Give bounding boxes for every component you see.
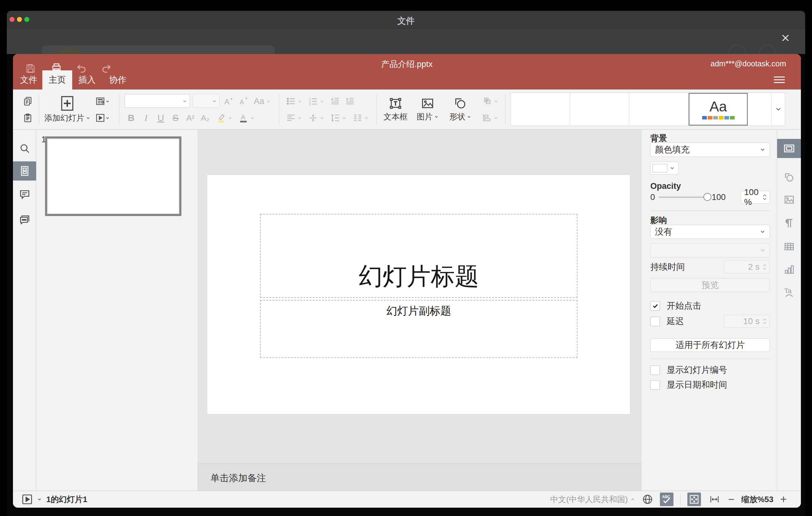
tab-home[interactable]: 主页 xyxy=(42,70,72,89)
toolbar-divider xyxy=(279,94,279,125)
start-on-click-checkbox[interactable]: 开始点击 xyxy=(650,300,770,312)
paragraph-settings-icon xyxy=(784,218,795,229)
opacity-value-spinner[interactable]: 100 % xyxy=(741,191,770,204)
font-name-select[interactable] xyxy=(125,94,190,108)
fit-to-width-button[interactable] xyxy=(708,492,721,506)
fit-width-icon xyxy=(709,494,720,505)
subscript-button[interactable]: A₂ xyxy=(199,111,212,125)
search-button[interactable] xyxy=(13,139,36,158)
slide-settings-panel: 背景 颜色填充 Opacity 0 100 10 xyxy=(642,130,777,491)
slide-canvas[interactable]: 幻灯片标题 幻灯片副标题 xyxy=(198,130,642,463)
theme-gallery-expand-button[interactable] xyxy=(771,93,785,125)
zoom-out-button[interactable]: − xyxy=(728,494,734,505)
checkbox-unchecked[interactable] xyxy=(650,380,660,390)
background-fill-select[interactable]: 颜色填充 xyxy=(650,143,770,157)
table-settings-tab[interactable] xyxy=(777,237,801,256)
columns-button[interactable] xyxy=(350,111,371,125)
line-spacing-button[interactable] xyxy=(328,111,349,125)
editor-main: 1 幻灯片标题 幻灯片副标题 单击添加备注 xyxy=(13,130,801,491)
textart-settings-tab[interactable]: Ta xyxy=(777,283,801,302)
fit-to-slide-button[interactable] xyxy=(687,492,701,506)
spellcheck-toggle[interactable]: ABC xyxy=(660,492,673,506)
spinner-arrows-icon[interactable] xyxy=(763,194,767,200)
slide-layout-button[interactable] xyxy=(92,94,112,109)
vertical-align-button[interactable] xyxy=(306,111,326,125)
zoom-in-button[interactable]: + xyxy=(780,494,787,505)
add-slide-icon xyxy=(60,95,75,111)
spinner-arrows-icon xyxy=(763,318,767,324)
theme-item-selected[interactable]: Aa xyxy=(689,93,748,125)
bold-button[interactable]: B xyxy=(125,111,138,125)
chevron-down-icon[interactable] xyxy=(37,497,42,502)
increase-indent-button[interactable] xyxy=(343,94,357,109)
slide-thumbnail[interactable] xyxy=(45,136,181,216)
delay-checkbox[interactable]: 延迟 xyxy=(650,315,684,327)
tab-collaboration[interactable]: 协作 xyxy=(104,70,132,89)
change-case-button[interactable]: Aa xyxy=(251,94,273,109)
slides-icon xyxy=(19,165,30,176)
textart-settings-icon: Ta xyxy=(783,286,795,298)
theme-item[interactable] xyxy=(570,93,629,125)
increase-font-size-button[interactable]: A xyxy=(222,94,235,109)
add-slide-button[interactable]: 添加幻灯片 xyxy=(42,93,92,125)
horizontal-align-button[interactable] xyxy=(284,111,304,125)
tab-file[interactable]: 文件 xyxy=(16,70,41,89)
checkbox-checked[interactable] xyxy=(650,301,660,311)
decrease-indent-button[interactable] xyxy=(328,94,342,109)
strikethrough-button[interactable]: S xyxy=(169,111,182,125)
theme-item[interactable] xyxy=(629,93,689,125)
tab-insert[interactable]: 插入 xyxy=(74,70,100,89)
underline-button[interactable]: U xyxy=(154,111,167,125)
font-size-select[interactable] xyxy=(193,94,220,108)
opacity-max-label: 100 xyxy=(712,193,726,202)
effect-select[interactable]: 没有 xyxy=(650,225,770,239)
apply-to-all-slides-button[interactable]: 适用于所有幻灯片 xyxy=(650,338,770,352)
decrease-font-icon: A xyxy=(238,96,248,107)
checkbox-unchecked[interactable] xyxy=(650,317,660,326)
increase-font-icon: A xyxy=(223,96,234,107)
notes-area[interactable]: 单击添加备注 xyxy=(198,463,642,491)
shape-settings-tab[interactable] xyxy=(777,168,801,187)
insert-shape-button[interactable]: 形状 xyxy=(445,93,476,125)
document-language-button[interactable] xyxy=(642,494,653,505)
chat-button[interactable] xyxy=(13,209,36,229)
italic-button[interactable]: I xyxy=(140,111,152,125)
start-slideshow-status-button[interactable] xyxy=(22,494,33,505)
subtitle-placeholder[interactable]: 幻灯片副标题 xyxy=(260,300,578,358)
delay-spinner: 10 s xyxy=(724,315,770,328)
title-placeholder[interactable]: 幻灯片标题 xyxy=(260,214,578,298)
numbered-list-button[interactable]: 123 xyxy=(306,94,326,109)
superscript-button[interactable]: A² xyxy=(184,111,197,125)
show-slide-number-checkbox[interactable]: 显示幻灯片编号 xyxy=(650,364,770,376)
bullet-list-button[interactable] xyxy=(284,94,304,109)
zoom-level-label: 缩放%53 xyxy=(741,494,774,505)
highlight-color-button[interactable] xyxy=(214,111,234,125)
font-color-button[interactable]: A xyxy=(236,111,257,125)
paragraph-settings-tab[interactable] xyxy=(777,213,801,233)
opacity-slider[interactable] xyxy=(659,197,707,198)
slide[interactable]: 幻灯片标题 幻灯片副标题 xyxy=(207,175,630,414)
decrease-font-size-button[interactable]: A xyxy=(236,94,250,109)
opacity-slider-knob[interactable] xyxy=(703,193,712,201)
show-date-time-checkbox[interactable]: 显示日期和时间 xyxy=(650,379,770,391)
paste-button[interactable] xyxy=(19,111,36,125)
slides-panel-button[interactable] xyxy=(13,162,36,180)
theme-item[interactable] xyxy=(511,93,570,125)
insert-image-button[interactable]: 图片 xyxy=(413,93,442,125)
copy-button[interactable] xyxy=(19,94,36,109)
insert-textbox-button[interactable]: 文本框 xyxy=(381,93,410,125)
image-settings-tab[interactable] xyxy=(777,190,801,209)
opacity-label: Opacity xyxy=(650,181,681,191)
theme-item[interactable] xyxy=(748,93,771,125)
comments-button[interactable] xyxy=(13,185,36,204)
start-slideshow-button[interactable] xyxy=(92,111,112,125)
arrange-shape-button[interactable] xyxy=(480,94,501,109)
checkbox-unchecked[interactable] xyxy=(650,365,660,375)
language-selector[interactable]: 中文(中华人民共和国) xyxy=(550,494,635,505)
slide-settings-tab[interactable] xyxy=(777,139,801,158)
align-shape-button[interactable] xyxy=(480,111,501,125)
background-color-picker[interactable] xyxy=(650,162,679,175)
chart-settings-tab[interactable] xyxy=(777,260,801,279)
svg-text:A: A xyxy=(241,113,245,121)
close-preview-button[interactable] xyxy=(779,31,792,45)
